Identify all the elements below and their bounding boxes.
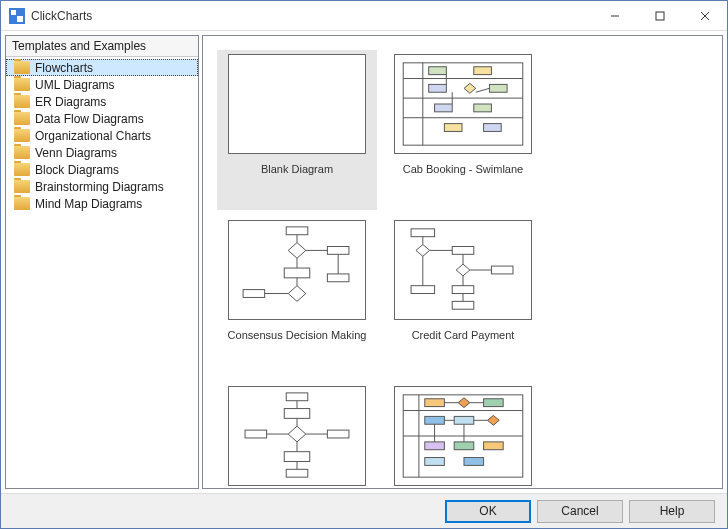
template-label: Consensus Decision Making: [228, 328, 367, 342]
svg-rect-55: [327, 430, 349, 438]
content-area: Templates and Examples FlowchartsUML Dia…: [1, 31, 727, 493]
svg-rect-11: [429, 84, 447, 92]
category-label: Organizational Charts: [35, 129, 151, 143]
svg-rect-59: [284, 452, 309, 462]
minimize-button[interactable]: [592, 1, 637, 30]
folder-icon: [14, 129, 30, 142]
svg-rect-42: [491, 266, 513, 274]
svg-rect-4: [403, 63, 523, 145]
template-item[interactable]: Front Office Operations - Swimlane: [383, 382, 543, 489]
category-label: ER Diagrams: [35, 95, 106, 109]
folder-icon: [14, 146, 30, 159]
template-item[interactable]: Consensus Decision Making: [217, 216, 377, 376]
category-label: Flowcharts: [35, 61, 93, 75]
template-thumbnail: [394, 54, 532, 154]
svg-rect-31: [243, 290, 265, 298]
svg-rect-15: [474, 104, 492, 112]
svg-rect-44: [452, 286, 474, 294]
category-label: Mind Map Diagrams: [35, 197, 142, 211]
svg-rect-51: [284, 409, 309, 419]
category-sidebar: Templates and Examples FlowchartsUML Dia…: [5, 35, 199, 489]
close-button[interactable]: [682, 1, 727, 30]
template-item[interactable]: Blank Diagram: [217, 50, 377, 210]
template-thumbnail: [394, 220, 532, 320]
folder-icon: [14, 95, 30, 108]
dialog-footer: OK Cancel Help: [1, 493, 727, 528]
window-title: ClickCharts: [31, 9, 592, 23]
folder-icon: [14, 163, 30, 176]
svg-rect-9: [429, 67, 447, 75]
svg-rect-34: [411, 229, 435, 237]
help-button[interactable]: Help: [629, 500, 715, 523]
svg-rect-13: [489, 84, 507, 92]
svg-rect-70: [454, 416, 474, 424]
template-label: Credit Card Payment: [412, 328, 515, 342]
svg-rect-10: [474, 67, 492, 75]
titlebar: ClickCharts: [1, 1, 727, 31]
template-thumbnail: [228, 54, 366, 154]
category-item[interactable]: Flowcharts: [6, 59, 198, 76]
svg-rect-16: [444, 124, 462, 132]
svg-marker-36: [416, 245, 430, 257]
svg-rect-49: [286, 393, 308, 401]
folder-icon: [14, 197, 30, 210]
svg-marker-53: [288, 426, 306, 442]
maximize-button[interactable]: [637, 1, 682, 30]
template-thumbnail: [228, 386, 366, 486]
template-item[interactable]: Flowchart Template: [217, 382, 377, 489]
svg-rect-29: [327, 246, 349, 254]
category-item[interactable]: Brainstorming Diagrams: [6, 178, 198, 195]
svg-line-19: [476, 88, 490, 92]
template-item[interactable]: Credit Card Payment: [383, 216, 543, 376]
svg-marker-23: [288, 243, 306, 259]
folder-icon: [14, 78, 30, 91]
svg-rect-21: [286, 227, 308, 235]
svg-rect-46: [452, 301, 474, 309]
svg-rect-76: [464, 458, 484, 466]
svg-marker-27: [288, 286, 306, 302]
template-label: Cab Booking - Swimlane: [403, 162, 523, 176]
svg-rect-68: [484, 399, 504, 407]
svg-rect-75: [425, 458, 445, 466]
cancel-button[interactable]: Cancel: [537, 500, 623, 523]
ok-button[interactable]: OK: [445, 500, 531, 523]
folder-icon: [14, 112, 30, 125]
category-item[interactable]: Organizational Charts: [6, 127, 198, 144]
template-item[interactable]: Cab Booking - Swimlane: [383, 50, 543, 210]
template-thumbnail: [228, 220, 366, 320]
app-icon: [9, 8, 25, 24]
svg-rect-38: [452, 246, 474, 254]
svg-rect-69: [425, 416, 445, 424]
folder-icon: [14, 180, 30, 193]
svg-rect-73: [454, 442, 474, 450]
category-label: UML Diagrams: [35, 78, 115, 92]
svg-marker-71: [488, 415, 500, 425]
svg-rect-17: [484, 124, 502, 132]
template-label: Blank Diagram: [261, 162, 333, 176]
svg-marker-40: [456, 264, 470, 276]
svg-rect-25: [284, 268, 309, 278]
category-item[interactable]: Venn Diagrams: [6, 144, 198, 161]
window-controls: [592, 1, 727, 30]
category-item[interactable]: ER Diagrams: [6, 93, 198, 110]
svg-rect-66: [425, 399, 445, 407]
sidebar-header: Templates and Examples: [6, 36, 198, 57]
category-item[interactable]: Mind Map Diagrams: [6, 195, 198, 212]
category-item[interactable]: UML Diagrams: [6, 76, 198, 93]
template-pane: Blank DiagramCab Booking - SwimlaneConse…: [202, 35, 723, 489]
svg-rect-1: [656, 12, 664, 20]
svg-marker-12: [464, 83, 476, 93]
category-label: Brainstorming Diagrams: [35, 180, 164, 194]
category-label: Venn Diagrams: [35, 146, 117, 160]
category-label: Data Flow Diagrams: [35, 112, 144, 126]
category-label: Block Diagrams: [35, 163, 119, 177]
category-item[interactable]: Block Diagrams: [6, 161, 198, 178]
folder-icon: [14, 61, 30, 74]
svg-rect-48: [411, 286, 435, 294]
svg-rect-61: [286, 469, 308, 477]
category-item[interactable]: Data Flow Diagrams: [6, 110, 198, 127]
svg-rect-57: [245, 430, 267, 438]
svg-rect-33: [327, 274, 349, 282]
svg-rect-14: [435, 104, 453, 112]
svg-rect-72: [425, 442, 445, 450]
